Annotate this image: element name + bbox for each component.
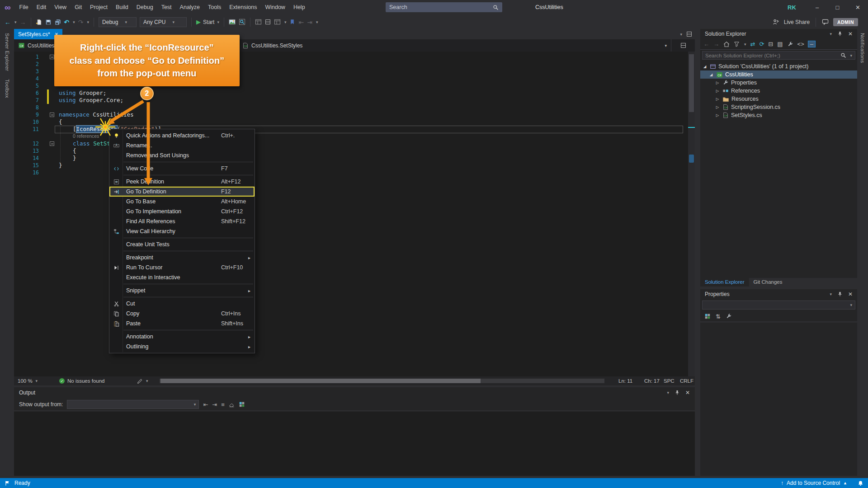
code-text[interactable]: { <box>59 118 62 126</box>
tree-item-cssutilities[interactable]: ◢C#CssUtilities <box>700 70 857 79</box>
menu-project[interactable]: Project <box>86 0 112 15</box>
refresh-icon[interactable]: ⟳ <box>759 41 764 47</box>
layout-dropdown-icon[interactable]: ▾ <box>284 20 287 24</box>
window-position-icon[interactable]: ▾ <box>830 292 832 296</box>
live-share-icon[interactable] <box>773 19 779 25</box>
side-tab-server-explorer[interactable]: Server Explorer <box>5 33 10 71</box>
tree-item-scriptingsession-cs[interactable]: ▷C#ScriptingSession.cs <box>700 103 857 111</box>
nav-forward-icon[interactable]: → <box>713 41 719 47</box>
previous-bookmark-icon[interactable]: ⇤ <box>298 19 304 25</box>
codelens-references[interactable]: 0 references <box>73 133 99 139</box>
save-icon[interactable] <box>45 19 52 25</box>
chevron-down-icon[interactable]: ▾ <box>850 53 852 58</box>
tree-item-setstyles-cs[interactable]: ▷C#SetStyles.cs <box>700 111 857 119</box>
zoom-dropdown[interactable]: 100 % ▾ <box>18 376 38 385</box>
image-tool-icon[interactable] <box>229 19 236 25</box>
menu-item-go-to-definition[interactable]: Go To DefinitionF12 <box>109 187 255 197</box>
panel-tab-solution-explorer[interactable]: Solution Explorer <box>700 278 749 286</box>
account-avatar[interactable]: RK <box>788 0 796 15</box>
scrollbar-thumb[interactable] <box>160 379 481 383</box>
toggle-panel-icon[interactable] <box>239 401 245 408</box>
menu-help[interactable]: Help <box>289 0 309 15</box>
navigate-backward-dropdown-icon[interactable]: ▾ <box>14 20 17 24</box>
code-cleanup-button[interactable]: ▾ <box>137 376 148 385</box>
code-zoom-icon[interactable] <box>239 19 245 25</box>
split-view-icon[interactable] <box>680 42 686 48</box>
editor-vertical-scrollbar[interactable] <box>688 52 695 376</box>
add-to-source-control-button[interactable]: Add to Source Control <box>787 480 840 486</box>
properties-icon[interactable] <box>787 41 793 47</box>
alphabetical-sort-icon[interactable]: ⇅ <box>716 314 721 319</box>
previous-message-icon[interactable]: ⇤ <box>203 401 208 408</box>
menu-item-cut[interactable]: Cut <box>109 299 255 309</box>
output-source-dropdown[interactable]: ▾ <box>67 400 199 409</box>
view-code-icon[interactable]: <> <box>797 41 804 47</box>
menu-item-annotation[interactable]: Annotation▸ <box>109 332 255 342</box>
menu-edit[interactable]: Edit <box>33 0 51 15</box>
menu-item-breakpoint[interactable]: Breakpoint▸ <box>109 253 255 263</box>
preview-selected-items-icon[interactable]: – <box>808 41 815 47</box>
new-file-icon[interactable] <box>36 19 42 25</box>
menu-item-create-unit-tests[interactable]: Create Unit Tests <box>109 239 255 249</box>
navigate-backward-icon[interactable]: ← <box>5 19 11 25</box>
menu-item-view-code[interactable]: View CodeF7 <box>109 164 255 174</box>
expand-icon[interactable]: ▷ <box>715 89 720 93</box>
window-layout-icon[interactable] <box>255 19 262 25</box>
menu-item-rename[interactable]: Rename... <box>109 141 255 150</box>
menu-item-snippet[interactable]: Snippet▸ <box>109 286 255 296</box>
code-text[interactable]: using Grooper; <box>59 89 106 97</box>
output-content[interactable] <box>14 411 695 476</box>
menu-item-quick-actions-and-refactorings[interactable]: Quick Actions and Refactorings...Ctrl+. <box>109 131 255 141</box>
notifications-bell-icon[interactable] <box>858 480 863 486</box>
line-ending-indicator[interactable]: CRLF <box>680 376 693 385</box>
save-all-icon[interactable] <box>55 19 61 25</box>
panel-tab-git-changes[interactable]: Git Changes <box>749 278 787 286</box>
menu-build[interactable]: Build <box>112 0 132 15</box>
menu-item-go-to-base[interactable]: Go To BaseAlt+Home <box>109 197 255 206</box>
pin-icon[interactable] <box>837 291 843 297</box>
maximize-button[interactable]: □ <box>827 0 848 15</box>
pin-icon[interactable] <box>837 31 843 37</box>
menu-item-view-call-hierarchy[interactable]: View Call Hierarchy <box>109 226 255 236</box>
menu-tools[interactable]: Tools <box>204 0 225 15</box>
menu-git[interactable]: Git <box>71 0 86 15</box>
tree-item-references[interactable]: ▷References <box>700 87 857 95</box>
next-bookmark-icon[interactable]: ⇥ <box>307 19 312 25</box>
background-tasks-icon[interactable] <box>5 480 10 486</box>
menu-analyze[interactable]: Analyze <box>176 0 204 15</box>
send-feedback-icon[interactable] <box>822 19 829 25</box>
menu-window[interactable]: Window <box>261 0 289 15</box>
menu-view[interactable]: View <box>50 0 71 15</box>
toolbar-overflow-icon[interactable]: ▾ <box>316 20 318 24</box>
close-button[interactable]: ✕ <box>848 0 868 15</box>
start-debugging-button[interactable]: ▶ Start ▾ <box>196 19 219 25</box>
tree-item-solution-cssutilities-1-of-1-project[interactable]: ◢Solution 'CssUtilities' (1 of 1 project… <box>700 62 857 70</box>
window-position-icon[interactable]: ▾ <box>830 32 832 36</box>
scrollbar-thumb[interactable] <box>689 54 694 112</box>
side-tab-notifications[interactable]: Notifications <box>860 33 865 63</box>
tree-item-resources[interactable]: ▷Resources <box>700 95 857 103</box>
close-icon[interactable]: ✕ <box>685 389 690 396</box>
clear-all-icon[interactable] <box>229 402 235 408</box>
undo-dropdown-icon[interactable]: ▾ <box>73 20 75 24</box>
fold-toggle-icon[interactable] <box>50 55 54 59</box>
split-window-icon[interactable] <box>265 19 271 25</box>
fold-toggle-icon[interactable] <box>50 141 54 146</box>
issues-indicator[interactable]: ✓ No issues found <box>59 376 104 385</box>
solution-platform-dropdown[interactable]: Any CPU ▾ <box>140 17 187 27</box>
code-text[interactable]: using Grooper.Core; <box>59 97 123 104</box>
expand-icon[interactable]: ▷ <box>715 113 720 117</box>
minimize-button[interactable]: – <box>807 0 827 15</box>
menu-item-copy[interactable]: CopyCtrl+Ins <box>109 309 255 319</box>
fold-toggle-icon[interactable] <box>50 113 54 117</box>
menu-item-go-to-implementation[interactable]: Go To ImplementationCtrl+F12 <box>109 206 255 216</box>
close-icon[interactable]: ✕ <box>848 291 853 297</box>
chevron-up-icon[interactable]: ▲ <box>843 481 847 485</box>
expand-icon[interactable]: ▷ <box>715 105 720 109</box>
live-share-label[interactable]: Live Share <box>784 19 810 25</box>
show-all-files-icon[interactable]: ▤ <box>777 41 783 47</box>
menu-test[interactable]: Test <box>157 0 176 15</box>
document-layout-icon[interactable] <box>274 19 281 25</box>
bookmark-icon[interactable] <box>289 19 295 25</box>
next-message-icon[interactable]: ⇥ <box>212 401 217 408</box>
